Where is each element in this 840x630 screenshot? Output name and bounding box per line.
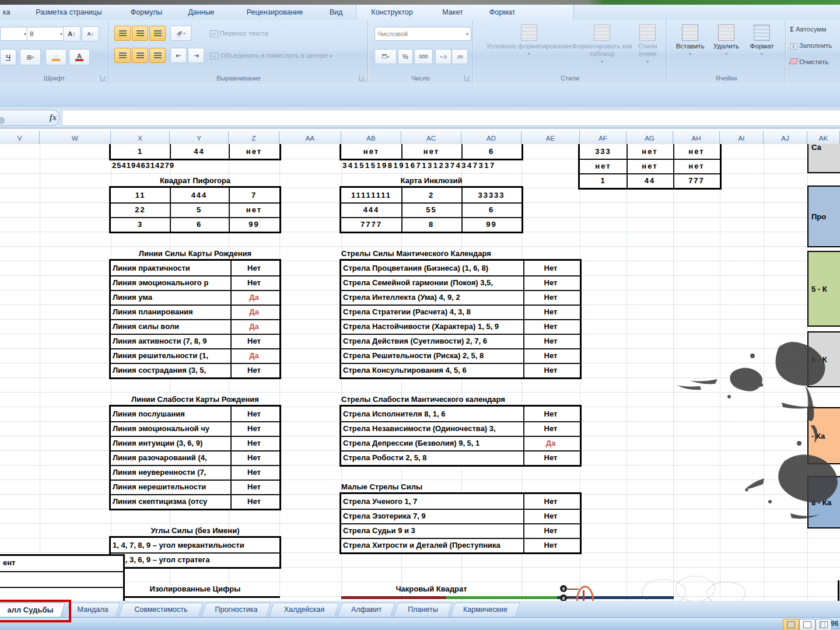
- power-lines-table-label[interactable]: Линия активности (7, 8, 9: [111, 334, 232, 349]
- fill-button[interactable]: ⇩ Заполнить: [790, 42, 832, 49]
- af-summary-table-cell[interactable]: нет: [580, 159, 628, 174]
- weak-arrows-table-label[interactable]: Стрела Исполнителя 8, 1, 6: [341, 407, 524, 422]
- power-arrows-table-value[interactable]: Нет: [522, 261, 580, 276]
- af-summary-table-cell[interactable]: 777: [673, 173, 720, 188]
- conditional-formatting-button[interactable]: Условное форматирование ▾: [485, 24, 573, 58]
- percent-button[interactable]: %: [398, 49, 413, 64]
- ribbon-tab-ка[interactable]: ка: [0, 5, 13, 20]
- pythagoras-table-cell[interactable]: 99: [229, 217, 279, 232]
- power-arrows-table-value[interactable]: Нет: [522, 304, 580, 320]
- inclusions-table-cell[interactable]: 8: [401, 217, 463, 232]
- angles-row[interactable]: 1, 2, 3, 6, 9 – угол стратега: [111, 552, 281, 567]
- weak-arrows-table-value[interactable]: Нет: [522, 421, 580, 437]
- orientation-button[interactable]: ≫▾: [170, 26, 191, 41]
- ribbon-tab-Конструктор[interactable]: Конструктор: [363, 5, 421, 20]
- power-arrows-table-label[interactable]: Стрела Консультирования 4, 5, 6: [341, 363, 524, 377]
- weak-lines-table-value[interactable]: Нет: [229, 465, 279, 481]
- shrink-font-button[interactable]: A↓: [82, 26, 99, 41]
- currency-button[interactable]: 🗔▾: [374, 49, 397, 64]
- power-lines-table-label[interactable]: Линия решительности (1,: [111, 348, 232, 364]
- inclusions-table-cell[interactable]: 444: [341, 202, 402, 218]
- small-arrows-table-label[interactable]: Стрела Судьи 9 и 3: [341, 523, 524, 539]
- formula-input[interactable]: [62, 110, 840, 126]
- increase-decimal-button[interactable]: +,0: [435, 49, 452, 64]
- partial-left-box[interactable]: ент: [0, 554, 125, 601]
- autosum-button[interactable]: Σ Автосумм: [790, 26, 826, 33]
- merge-center-button[interactable]: ⇔ Объединить и поместить в центре ▾: [210, 52, 332, 59]
- power-arrows-table-label[interactable]: Стрела Решительности (Риска) 2, 5, 8: [341, 348, 524, 364]
- grow-font-button[interactable]: A↑: [63, 26, 80, 41]
- weak-lines-table-value[interactable]: Нет: [229, 436, 279, 452]
- page-layout-view-button[interactable]: [799, 619, 816, 630]
- af-summary-table-cell[interactable]: нет: [673, 159, 720, 174]
- ribbon-tab-Макет[interactable]: Макет: [435, 5, 470, 20]
- power-lines-table-value[interactable]: Да: [229, 348, 279, 364]
- power-arrows-table-value[interactable]: Нет: [522, 334, 580, 349]
- insert-cells-button[interactable]: Вставить ▾: [672, 24, 708, 58]
- borders-button[interactable]: ⊞▾: [20, 49, 41, 65]
- sheet-tab-Халдейская[interactable]: Халдейская: [271, 603, 337, 617]
- small-arrows-table-label[interactable]: Стрела Ученого 1, 7: [341, 494, 524, 510]
- power-lines-table-label[interactable]: Линия планирования: [111, 304, 232, 320]
- sheet-tab-Планеты[interactable]: Планеты: [396, 603, 450, 617]
- weak-lines-table-label[interactable]: Линия послушания: [111, 407, 232, 422]
- inclusions-table-cell[interactable]: 11111111: [341, 188, 402, 204]
- inclusions-table-cell[interactable]: 55: [401, 202, 463, 218]
- inclusion-summary-row-cell[interactable]: нет: [341, 144, 402, 159]
- wrap-text-button[interactable]: ↩ Перенос текста: [210, 30, 268, 37]
- power-arrows-table-value[interactable]: Нет: [522, 363, 580, 377]
- ribbon-tab-Формат[interactable]: Формат: [484, 5, 520, 20]
- inclusion-long-number[interactable]: 341515198191671312374347317: [342, 161, 496, 170]
- pythagoras-table-cell[interactable]: 22: [111, 202, 171, 218]
- power-lines-table-value[interactable]: Нет: [229, 334, 279, 349]
- small-arrows-table-value[interactable]: Нет: [522, 538, 580, 552]
- pythagoras-table-cell[interactable]: 5: [170, 202, 230, 218]
- fill-color-button[interactable]: ◌: [46, 49, 66, 65]
- power-arrows-table-label[interactable]: Стрела Семейной гармонии (Покоя) 3,5,: [341, 275, 524, 291]
- weak-lines-table-value[interactable]: Нет: [229, 450, 279, 466]
- weak-arrows-table-value[interactable]: Нет: [522, 407, 580, 422]
- spreadsheet-grid[interactable]: 144нетнетнет6333нетнетнетнетнет144777254…: [0, 144, 840, 601]
- power-lines-table-label[interactable]: Линия практичности: [111, 261, 232, 276]
- inclusions-table-cell[interactable]: 2: [401, 188, 463, 204]
- power-lines-table-value[interactable]: Да: [229, 319, 279, 335]
- weak-arrows-table-label[interactable]: Стрела Независимости (Одиночества) 3,: [341, 421, 524, 437]
- align-top-button[interactable]: [114, 26, 131, 41]
- format-cells-button[interactable]: Формат ▾: [744, 24, 779, 58]
- pythagoras-long-number[interactable]: 2541946314279: [112, 161, 174, 170]
- font-name-combo[interactable]: ▾: [0, 27, 29, 41]
- power-arrows-table-label[interactable]: Стрела Интеллекта (Ума) 4, 9, 2: [341, 290, 524, 306]
- power-arrows-table-value[interactable]: Нет: [522, 275, 580, 291]
- insert-function-button[interactable]: fx: [46, 111, 61, 124]
- sheet-tab-Прогностика[interactable]: Прогностика: [204, 603, 269, 617]
- af-summary-table-cell[interactable]: 1: [580, 173, 628, 188]
- category-cell-1[interactable]: Са: [807, 144, 840, 173]
- sheet-tab-Кармические[interactable]: Кармические: [453, 603, 518, 617]
- normal-view-button[interactable]: [783, 619, 799, 630]
- increase-indent-button[interactable]: ⇥: [188, 48, 204, 63]
- ribbon-tab-Вид[interactable]: Вид: [326, 5, 346, 20]
- weak-arrows-table-value[interactable]: Нет: [522, 450, 580, 465]
- inclusions-table-cell[interactable]: 33333: [461, 188, 522, 204]
- clear-button[interactable]: Очистить: [790, 58, 828, 65]
- ribbon-tab-Формулы[interactable]: Формулы: [127, 5, 166, 20]
- power-lines-table-label[interactable]: Линия эмоционального р: [111, 275, 232, 291]
- pythagoras-summary-row-cell[interactable]: нет: [229, 144, 279, 159]
- pythagoras-table-cell[interactable]: 7: [229, 188, 279, 204]
- small-arrows-table-label[interactable]: Стрела Эзотерика 7, 9: [341, 509, 524, 524]
- align-middle-button[interactable]: [132, 26, 148, 41]
- weak-lines-table-label[interactable]: Линия эмоциональной чу: [111, 421, 232, 437]
- weak-arrows-table-label[interactable]: Стрела Депрессии (Безволия) 9, 5, 1: [341, 436, 524, 452]
- number-format-combo[interactable]: Числовой ▾: [374, 27, 471, 41]
- power-arrows-table-label[interactable]: Стрела Стратегии (Расчета) 4, 3, 8: [341, 304, 524, 320]
- sheet-tab-Мандала[interactable]: Мандала: [67, 603, 118, 617]
- power-arrows-table-label[interactable]: Стрела Процветания (Бизнеса) (1, 6, 8): [341, 261, 524, 276]
- small-arrows-table-value[interactable]: Нет: [522, 523, 580, 539]
- weak-lines-table-label[interactable]: Линия неуверенности (7,: [111, 465, 232, 481]
- pythagoras-table-cell[interactable]: 3: [111, 217, 171, 232]
- decrease-decimal-button[interactable]: ,00: [452, 49, 468, 64]
- small-arrows-table-label[interactable]: Стрела Хитрости и Деталей (Преступника: [341, 538, 524, 552]
- pythagoras-table-cell[interactable]: 444: [170, 188, 230, 204]
- underline-button[interactable]: Ч: [0, 49, 16, 65]
- weak-lines-table-value[interactable]: Нет: [229, 407, 279, 422]
